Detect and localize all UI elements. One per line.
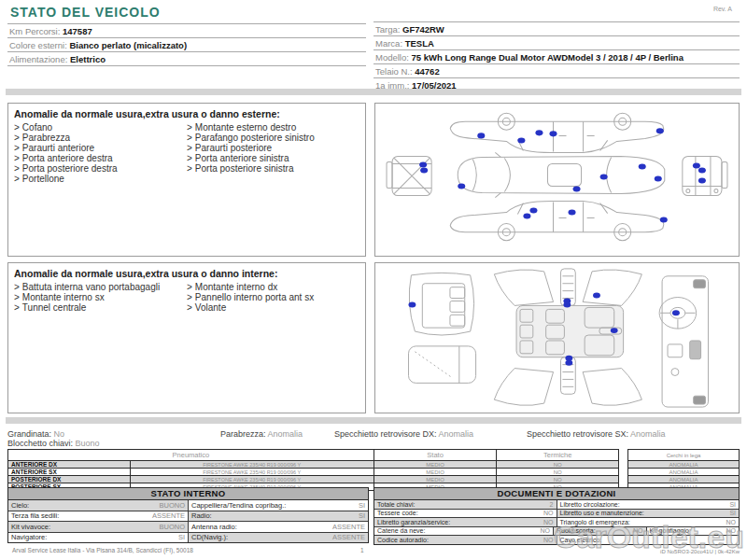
damage-dot bbox=[593, 293, 600, 299]
status-label: Specchietto retrovisore DX: bbox=[334, 429, 437, 439]
list-bullet: > bbox=[14, 143, 20, 153]
anomaly-label: Paraurti posteriore bbox=[195, 143, 272, 153]
anomaly-item: >Porta anteriore sinistra bbox=[187, 153, 341, 163]
car-interior-diagram bbox=[375, 263, 739, 413]
table-row: Kit vivavoce:BUONOAntenna radio:ASSENTE bbox=[8, 521, 368, 532]
tyre-table: PneumaticoStatoTermicheANTERIORE DXFIRES… bbox=[7, 449, 619, 491]
list-bullet: > bbox=[187, 133, 192, 143]
pair-label: Codice autoradio: bbox=[377, 537, 429, 543]
damage-dot bbox=[529, 208, 537, 214]
pair-label: Antenna radio: bbox=[191, 523, 237, 531]
pair-value: BUONO bbox=[159, 523, 185, 531]
anomaly-label: Porta anteriore sinistra bbox=[195, 153, 289, 163]
list-bullet: > bbox=[14, 174, 20, 184]
anomaly-item: >Montante esterno destro bbox=[187, 122, 341, 133]
quick-status-line: Grandinata: No Blocchetto chiavi: Buono … bbox=[7, 429, 741, 448]
info-label: Targa: bbox=[375, 24, 400, 35]
pair-value: SI bbox=[729, 501, 736, 508]
vehicle-info-right: Targa: GF742RWMarca: TESLAModello: 75 kW… bbox=[374, 21, 740, 92]
panel-title: Anomalie da normale usura,extra usura o … bbox=[8, 104, 365, 122]
vehicle-condition-report: STATO DEL VEICOLO Rev. A Km Percorsi: 14… bbox=[0, 0, 747, 560]
status-value: Anomalia bbox=[268, 429, 303, 439]
pair-value: BUONO bbox=[159, 501, 185, 510]
tyre-position: ANTERIORE SX bbox=[8, 469, 130, 475]
anomaly-label: Montante interno sx bbox=[22, 292, 105, 302]
pair-value: ASSENTE bbox=[152, 511, 185, 520]
tyre-header-cerchi: Cerchi in lega bbox=[628, 450, 739, 460]
damage-dot bbox=[565, 360, 572, 366]
revision-label: Rev. A bbox=[713, 6, 732, 12]
pair-value: NO bbox=[726, 527, 737, 534]
pair-cell: Navigatore:SI bbox=[8, 533, 188, 543]
pair-label: Totale chiavi: bbox=[377, 501, 415, 508]
alloy-row: ANOMALIA bbox=[628, 468, 739, 475]
interior-anomalies-panel: Anomalie da normale usura,extra usura o … bbox=[7, 262, 366, 413]
list-bullet: > bbox=[187, 122, 192, 133]
damage-dot bbox=[420, 167, 428, 173]
pair-cell: Cavo elettrico: bbox=[557, 536, 740, 544]
table-header: STATO INTERNO bbox=[8, 488, 368, 500]
interior-damage-diagram bbox=[374, 262, 740, 413]
pair-cell: CD(Navig.):ASSENTE bbox=[188, 533, 368, 543]
anomaly-item: >Porta posteriore destra bbox=[14, 163, 168, 174]
pair-label: Libretto uso e manutenzione: bbox=[560, 510, 644, 516]
anomaly-list-column: >Montante interno dx>Pannello interno po… bbox=[187, 282, 359, 313]
tyre-spec: FIRESTONE AWKE 235/40 R19 000/096 Y bbox=[130, 476, 374, 483]
anomaly-item: >Portellone bbox=[14, 174, 168, 184]
damage-dot bbox=[419, 161, 427, 167]
anomaly-item: >Paraurti posteriore bbox=[187, 143, 341, 153]
damage-dot bbox=[698, 167, 706, 173]
list-bullet: > bbox=[14, 302, 20, 313]
status-item: Specchietto retrovisore DX: Anomalia bbox=[334, 429, 473, 439]
table-row: Libretto garanzia/service:NOTriangolo di… bbox=[374, 517, 739, 526]
damage-dot bbox=[408, 301, 416, 307]
info-label: Modello: bbox=[375, 52, 409, 63]
pair-cell: Libretto uso e manutenzione:SI bbox=[557, 510, 740, 518]
pair-cell: Totale chiavi:2 bbox=[374, 500, 557, 509]
anomaly-label: Porta posteriore sinistra bbox=[195, 163, 294, 174]
list-bullet: > bbox=[187, 292, 192, 302]
pair-label: Cappelliera/Tendina copribag.: bbox=[191, 501, 286, 510]
pair-label: Cielo: bbox=[11, 501, 29, 510]
tyre-winter: NO bbox=[496, 461, 618, 468]
pair-label: Catene da neve: bbox=[377, 527, 425, 534]
documents-equipment-table: DOCUMENTI E DOTAZIONI Totale chiavi:2Lib… bbox=[374, 487, 740, 545]
damage-dot bbox=[523, 214, 530, 219]
info-value: Elettrico bbox=[70, 54, 106, 64]
anomaly-label: Portellone bbox=[22, 174, 64, 184]
anomaly-item: >Cofano bbox=[14, 122, 168, 133]
tyre-state: MEDIO bbox=[374, 476, 497, 483]
table-row: Catene da neve:NORuota scorta:NOKit gonf… bbox=[374, 526, 739, 536]
pair-label: Libretto garanzia/service: bbox=[377, 519, 450, 525]
info-value: TESLA bbox=[405, 38, 434, 49]
table-row: Navigatore:SICD(Navig.):ASSENTE bbox=[8, 532, 368, 543]
tyre-row: ANTERIORE SXFIRESTONE AWKE 235/40 R19 00… bbox=[8, 468, 618, 475]
pair-value: ASSENTE bbox=[332, 533, 365, 541]
alloy-wheels-table: Cerchi in legaANOMALIAANOMALIAANOMALIAAN… bbox=[627, 449, 740, 491]
tyre-spec: FIRESTONE AWKE 235/40 R19 000/096 Y bbox=[130, 461, 374, 468]
anomaly-item: >Parabrezza bbox=[14, 133, 168, 143]
tyre-winter: NO bbox=[496, 469, 618, 475]
damage-dot bbox=[458, 184, 465, 189]
exterior-anomalies-panel: Anomalie da normale usura,extra usura o … bbox=[7, 103, 366, 257]
status-label: Specchietto retrovisore SX: bbox=[527, 429, 628, 439]
anomaly-label: Porta anteriore destra bbox=[22, 153, 113, 163]
list-bullet: > bbox=[14, 282, 20, 292]
pair-cell: Cappelliera/Tendina copribag.:SI bbox=[188, 500, 368, 511]
watermark-id: iD No5RO3-20co41U | 0k-42Kw bbox=[660, 549, 740, 554]
pair-cell: Codice autoradio:NO bbox=[374, 536, 557, 544]
pair-label: Radio: bbox=[191, 511, 212, 520]
damage-dot bbox=[672, 310, 680, 315]
anomaly-label: Battuta interna vano portabagagli bbox=[22, 282, 160, 292]
anomaly-label: Tunnel centrale bbox=[22, 302, 87, 313]
pair-value: SI bbox=[178, 533, 185, 541]
anomaly-item: >Parafango posteriore sinistro bbox=[187, 133, 341, 143]
pair-value: NO bbox=[543, 519, 554, 525]
status-item: Blocchetto chiavi: Buono bbox=[7, 439, 100, 448]
damage-dot bbox=[660, 217, 668, 223]
info-value: Bianco perlato (micalizzato) bbox=[69, 40, 187, 50]
status-label: Grandinata: bbox=[7, 429, 51, 439]
anomaly-label: Porta posteriore destra bbox=[22, 163, 118, 174]
pair-label: Triangolo di emergenza: bbox=[560, 519, 630, 525]
damage-dot bbox=[477, 133, 485, 138]
